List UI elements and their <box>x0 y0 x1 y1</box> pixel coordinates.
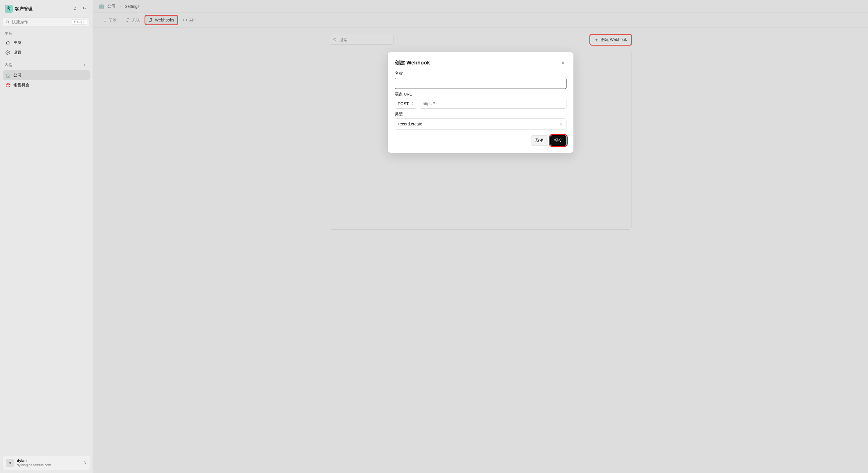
svg-point-0 <box>6 21 8 23</box>
webhook-name-input[interactable] <box>395 78 566 89</box>
sidebar-item-settings[interactable]: 设置 <box>3 48 90 58</box>
search-icon <box>333 38 337 42</box>
building-icon: 🏢 <box>99 3 104 9</box>
sidebar: 客 客户管理 快捷操作 CTRLK 平台 主页 <box>0 0 93 473</box>
chevron-right-icon <box>118 5 122 8</box>
sidebar-item-label: 销售机会 <box>13 83 30 88</box>
create-webhook-modal: 创建 Webhook 名称 端点 URL POST 类型 <box>388 52 574 153</box>
workspace-switch-icon[interactable] <box>72 5 79 12</box>
create-webhook-button[interactable]: 创建 Webhook <box>590 34 631 45</box>
main: 🏢 公司 Settings 字段 关联 Webhooks API <box>93 0 868 473</box>
workspace-avatar: 客 <box>5 5 13 13</box>
endpoint-url-input[interactable] <box>420 99 566 109</box>
close-icon[interactable] <box>559 59 566 66</box>
tab-label: 字段 <box>108 18 117 23</box>
breadcrumb-item[interactable]: 公司 <box>107 4 116 9</box>
home-icon <box>5 40 10 45</box>
user-email: dylan@basemulti.com <box>17 463 80 467</box>
field-name-label: 名称 <box>395 71 566 76</box>
sidebar-item-home[interactable]: 主页 <box>3 38 90 48</box>
breadcrumb: 🏢 公司 Settings <box>93 0 868 13</box>
svg-point-1 <box>7 52 8 53</box>
tab-webhooks[interactable]: Webhooks <box>145 16 178 25</box>
tab-fields[interactable]: 字段 <box>99 15 120 25</box>
sidebar-table-company[interactable]: 🏢 公司 <box>3 70 90 80</box>
tab-api[interactable]: API <box>179 16 199 25</box>
chevron-up-down-icon <box>559 122 563 126</box>
list-icon <box>102 18 107 22</box>
webhook-search-input[interactable] <box>339 37 390 42</box>
sidebar-section-platform: 平台 <box>3 27 90 38</box>
modal-title: 创建 Webhook <box>395 59 430 66</box>
sidebar-table-opportunity[interactable]: 🎯 销售机会 <box>3 80 90 90</box>
sidebar-item-label: 公司 <box>13 72 22 78</box>
add-table-button[interactable] <box>81 62 88 68</box>
field-type-label: 类型 <box>395 112 566 117</box>
code-icon <box>183 18 187 22</box>
plus-icon <box>594 38 598 42</box>
search-icon <box>5 20 9 24</box>
settings-tabs: 字段 关联 Webhooks API <box>93 13 868 28</box>
user-avatar: d <box>6 459 14 467</box>
webhook-type-select[interactable]: record.create <box>395 118 566 129</box>
http-method-select[interactable]: POST <box>395 99 417 109</box>
sidebar-section-tables: 表格 <box>5 62 12 68</box>
quick-action-search[interactable]: 快捷操作 CTRLK <box>3 18 90 27</box>
cancel-button[interactable]: 取消 <box>531 135 548 146</box>
chevron-up-down-icon <box>411 102 414 106</box>
quick-action-shortcut: CTRLK <box>72 20 87 25</box>
field-endpoint-label: 端点 URL <box>395 92 566 97</box>
http-method-value: POST <box>398 101 409 106</box>
tab-label: 关联 <box>132 18 140 23</box>
webhook-icon <box>149 18 153 22</box>
building-icon: 🏢 <box>5 72 10 78</box>
tab-label: API <box>189 18 196 22</box>
undo-icon[interactable] <box>81 5 88 12</box>
submit-button[interactable]: 提交 <box>550 135 566 146</box>
link-icon <box>125 18 130 22</box>
webhook-search[interactable] <box>330 35 394 45</box>
user-info: dylan dylan@basemulti.com <box>17 459 80 467</box>
gear-icon <box>5 50 10 55</box>
chevron-up-down-icon <box>83 461 87 465</box>
breadcrumb-item: Settings <box>125 4 140 9</box>
user-name: dylan <box>17 459 80 463</box>
target-icon: 🎯 <box>5 83 10 88</box>
button-label: 创建 Webhook <box>601 37 627 42</box>
workspace-header: 客 客户管理 <box>3 3 90 14</box>
svg-point-8 <box>334 38 336 41</box>
webhook-type-value: record.create <box>398 122 422 126</box>
quick-action-placeholder: 快捷操作 <box>12 20 69 25</box>
sidebar-item-label: 设置 <box>13 50 22 55</box>
tab-relations[interactable]: 关联 <box>122 15 143 25</box>
tab-label: Webhooks <box>155 18 174 22</box>
workspace-title: 客户管理 <box>15 6 69 11</box>
sidebar-item-label: 主页 <box>13 40 22 45</box>
user-card[interactable]: d dylan dylan@basemulti.com <box>3 455 90 470</box>
